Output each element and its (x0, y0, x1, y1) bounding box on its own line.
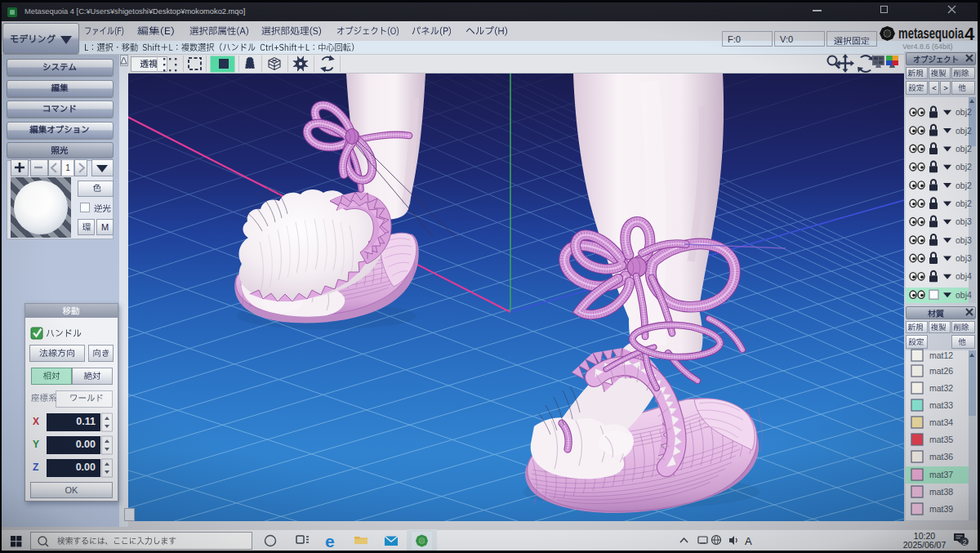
svg-text:<: < (932, 83, 937, 92)
svg-text:obj2: obj2 (956, 144, 972, 154)
svg-text:mat32: mat32 (929, 383, 953, 393)
svg-text:mat33: mat33 (929, 400, 953, 410)
svg-text:obj2: obj2 (956, 198, 972, 208)
svg-text:2: 2 (962, 538, 966, 546)
svg-text:obj3: obj3 (956, 216, 972, 226)
svg-text:metasequoia: metasequoia (898, 25, 964, 42)
svg-text:A: A (745, 535, 752, 547)
svg-text:obj3: obj3 (956, 235, 972, 245)
svg-text:mat26: mat26 (929, 366, 953, 376)
svg-text:4: 4 (964, 24, 975, 44)
svg-text:mat34: mat34 (929, 417, 953, 427)
svg-text:obj2: obj2 (956, 126, 972, 136)
svg-text:mat38: mat38 (929, 487, 953, 497)
svg-text:mat36: mat36 (929, 452, 953, 462)
svg-text:obj4: obj4 (956, 290, 972, 300)
svg-text:obj3: obj3 (956, 253, 972, 263)
svg-text:mat39: mat39 (929, 504, 953, 514)
svg-text:mat35: mat35 (929, 435, 953, 444)
svg-text:mat12: mat12 (929, 350, 953, 360)
svg-text:obj4: obj4 (956, 271, 972, 281)
svg-text:obj2: obj2 (956, 162, 972, 172)
svg-text:obj2: obj2 (956, 107, 972, 117)
svg-text:>: > (943, 83, 948, 92)
svg-text:mat37: mat37 (929, 470, 953, 479)
svg-text:e: e (325, 532, 335, 551)
svg-text:obj2: obj2 (956, 181, 972, 190)
